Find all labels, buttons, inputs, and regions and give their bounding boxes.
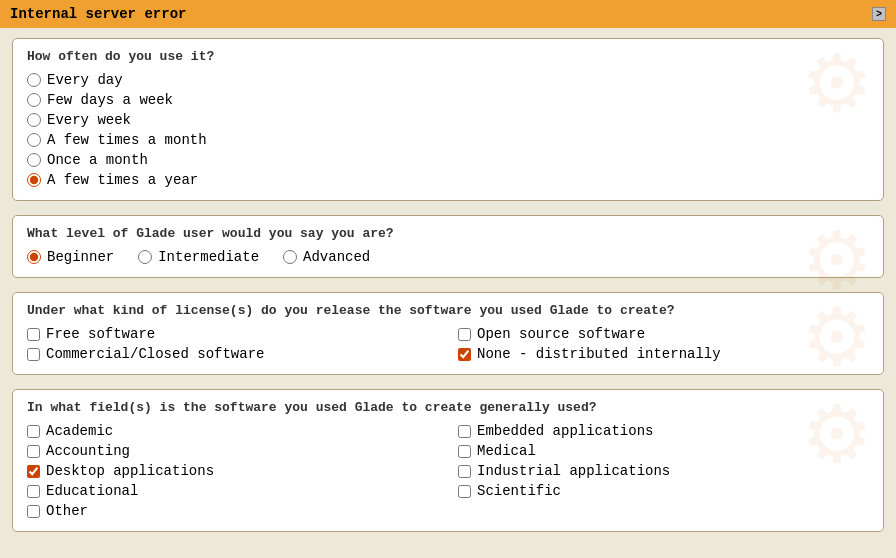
- title-bar: Internal server error >: [0, 0, 896, 28]
- radio-intermediate-label: Intermediate: [158, 249, 259, 265]
- checkbox-other-label: Other: [46, 503, 88, 519]
- radio-fewtimesyear-input[interactable]: [27, 173, 41, 187]
- checkbox-none-input[interactable]: [458, 348, 471, 361]
- close-button[interactable]: >: [872, 7, 886, 21]
- radio-fewtimesyear[interactable]: A few times a year: [27, 172, 869, 188]
- license-options: Free software Open source software Comme…: [27, 326, 869, 362]
- radio-beginner-input[interactable]: [27, 250, 41, 264]
- radio-everyday-label: Every day: [47, 72, 123, 88]
- radio-intermediate[interactable]: Intermediate: [138, 249, 259, 265]
- checkbox-academic[interactable]: Academic: [27, 423, 438, 439]
- checkbox-accounting-label: Accounting: [46, 443, 130, 459]
- checkbox-medical-input[interactable]: [458, 445, 471, 458]
- radio-advanced[interactable]: Advanced: [283, 249, 370, 265]
- checkbox-industrial-input[interactable]: [458, 465, 471, 478]
- checkbox-scientific-input[interactable]: [458, 485, 471, 498]
- checkbox-none-label: None - distributed internally: [477, 346, 721, 362]
- section-license: ⚙ Under what kind of license(s) do you r…: [12, 292, 884, 375]
- radio-everyweek-label: Every week: [47, 112, 131, 128]
- field-question: In what field(s) is the software you use…: [27, 400, 869, 415]
- radio-everyweek[interactable]: Every week: [27, 112, 869, 128]
- radio-fewtimesmonth[interactable]: A few times a month: [27, 132, 869, 148]
- radio-oncemonth-label: Once a month: [47, 152, 148, 168]
- checkbox-industrial[interactable]: Industrial applications: [458, 463, 869, 479]
- level-options: Beginner Intermediate Advanced: [27, 249, 869, 265]
- checkbox-embedded-input[interactable]: [458, 425, 471, 438]
- radio-fewdaysweek[interactable]: Few days a week: [27, 92, 869, 108]
- checkbox-commercial-input[interactable]: [27, 348, 40, 361]
- checkbox-opensource-input[interactable]: [458, 328, 471, 341]
- radio-fewdaysweek-label: Few days a week: [47, 92, 173, 108]
- section-level: ⚙ What level of Glade user would you say…: [12, 215, 884, 278]
- checkbox-opensource-label: Open source software: [477, 326, 645, 342]
- checkbox-opensource[interactable]: Open source software: [458, 326, 869, 342]
- checkbox-educational[interactable]: Educational: [27, 483, 438, 499]
- checkbox-commercial[interactable]: Commercial/Closed software: [27, 346, 438, 362]
- radio-intermediate-input[interactable]: [138, 250, 152, 264]
- radio-beginner[interactable]: Beginner: [27, 249, 114, 265]
- checkbox-freesoftware[interactable]: Free software: [27, 326, 438, 342]
- checkbox-other-input[interactable]: [27, 505, 40, 518]
- checkbox-freesoftware-input[interactable]: [27, 328, 40, 341]
- checkbox-none[interactable]: None - distributed internally: [458, 346, 869, 362]
- checkbox-desktop-label: Desktop applications: [46, 463, 214, 479]
- checkbox-desktop-input[interactable]: [27, 465, 40, 478]
- checkbox-scientific-label: Scientific: [477, 483, 561, 499]
- radio-advanced-input[interactable]: [283, 250, 297, 264]
- radio-everyweek-input[interactable]: [27, 113, 41, 127]
- radio-beginner-label: Beginner: [47, 249, 114, 265]
- radio-fewtimesmonth-input[interactable]: [27, 133, 41, 147]
- radio-oncemonth[interactable]: Once a month: [27, 152, 869, 168]
- radio-everyday[interactable]: Every day: [27, 72, 869, 88]
- checkbox-medical[interactable]: Medical: [458, 443, 869, 459]
- title-text: Internal server error: [10, 6, 186, 22]
- checkbox-medical-label: Medical: [477, 443, 536, 459]
- field-options: Academic Embedded applications Accountin…: [27, 423, 869, 519]
- checkbox-scientific[interactable]: Scientific: [458, 483, 869, 499]
- radio-fewtimesyear-label: A few times a year: [47, 172, 198, 188]
- checkbox-desktop[interactable]: Desktop applications: [27, 463, 438, 479]
- section-field: ⚙ In what field(s) is the software you u…: [12, 389, 884, 532]
- checkbox-freesoftware-label: Free software: [46, 326, 155, 342]
- license-question: Under what kind of license(s) do you rel…: [27, 303, 869, 318]
- frequency-question: How often do you use it?: [27, 49, 869, 64]
- checkbox-academic-input[interactable]: [27, 425, 40, 438]
- checkbox-accounting-input[interactable]: [27, 445, 40, 458]
- radio-fewdaysweek-input[interactable]: [27, 93, 41, 107]
- checkbox-embedded-label: Embedded applications: [477, 423, 653, 439]
- section-frequency: ⚙ How often do you use it? Every day Few…: [12, 38, 884, 201]
- radio-advanced-label: Advanced: [303, 249, 370, 265]
- checkbox-other[interactable]: Other: [27, 503, 438, 519]
- checkbox-embedded[interactable]: Embedded applications: [458, 423, 869, 439]
- checkbox-educational-input[interactable]: [27, 485, 40, 498]
- frequency-options: Every day Few days a week Every week A f…: [27, 72, 869, 188]
- checkbox-accounting[interactable]: Accounting: [27, 443, 438, 459]
- checkbox-commercial-label: Commercial/Closed software: [46, 346, 264, 362]
- checkbox-educational-label: Educational: [46, 483, 138, 499]
- content-area: ⚙ How often do you use it? Every day Few…: [0, 28, 896, 558]
- level-question: What level of Glade user would you say y…: [27, 226, 869, 241]
- checkbox-industrial-label: Industrial applications: [477, 463, 670, 479]
- radio-oncemonth-input[interactable]: [27, 153, 41, 167]
- radio-fewtimesmonth-label: A few times a month: [47, 132, 207, 148]
- radio-everyday-input[interactable]: [27, 73, 41, 87]
- checkbox-academic-label: Academic: [46, 423, 113, 439]
